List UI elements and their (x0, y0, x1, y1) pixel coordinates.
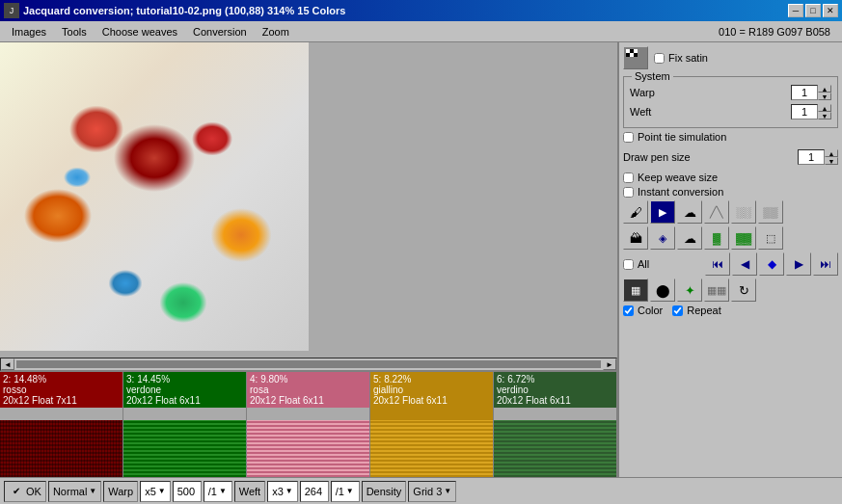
point-tie-checkbox[interactable] (623, 132, 634, 143)
instant-label: Instant conversion (638, 186, 723, 198)
palette-cell-4[interactable]: 5: 8.22% giallino 20x12 Float 6x11 (370, 372, 494, 477)
warp-val-seg[interactable]: 500 (173, 481, 202, 502)
weft-up[interactable]: ▲ (818, 104, 831, 112)
scroll-right[interactable]: ► (603, 358, 616, 370)
maximize-button[interactable]: □ (805, 4, 821, 17)
weft-div-seg[interactable]: /1 ▼ (331, 481, 360, 502)
tool-b4[interactable]: ▦▦ (704, 279, 729, 302)
tool-r6[interactable]: ⬚ (758, 226, 783, 250)
svg-rect-4 (630, 53, 634, 57)
tool-r2[interactable]: ◈ (650, 226, 675, 250)
warp-x-arrow: ▼ (158, 487, 166, 495)
weft-label: Weft (630, 106, 651, 118)
canvas-empty-area (309, 42, 617, 358)
palette-cell-5[interactable]: 6: 6.72% verdino 20x12 Float 6x11 (494, 372, 617, 477)
warp-div-val: /1 (208, 486, 217, 497)
tool-b3[interactable]: ✦ (677, 279, 702, 302)
tool-b5[interactable]: ↻ (731, 279, 756, 302)
palette-pct-4: 8.22% (384, 374, 411, 385)
palette-pct-5: 6.72% (507, 374, 534, 385)
menu-conversion[interactable]: Conversion (185, 24, 255, 40)
weft-x-seg[interactable]: x3 ▼ (267, 481, 298, 502)
close-button[interactable]: ✕ (823, 4, 838, 17)
tool-b2[interactable]: ⬤ (650, 279, 675, 302)
fix-satin-checkbox[interactable] (654, 53, 665, 64)
repeat-check-row: Repeat (672, 305, 720, 316)
palette-cell-3[interactable]: 4: 9.80% rosa 20x12 Float 6x11 (247, 372, 370, 477)
warp-row: Warp 1 ▲ ▼ (630, 85, 831, 100)
nav-rewind[interactable]: ⏮ (705, 252, 730, 276)
palette-fabric-5 (494, 420, 616, 477)
weft-val-seg[interactable]: 264 (300, 481, 329, 502)
color-checkbox[interactable] (623, 305, 634, 316)
warp-up[interactable]: ▲ (818, 85, 831, 93)
weft-input[interactable]: 1 (791, 104, 818, 119)
hscrollbar[interactable]: ◄ ► (0, 358, 617, 371)
fix-satin-label: Fix satin (668, 52, 708, 64)
weave-preview-icon[interactable] (623, 46, 648, 69)
scroll-track (16, 360, 601, 368)
palette-header-4: 5: 8.22% giallino 20x12 Float 6x11 (370, 372, 493, 408)
all-checkbox[interactable] (623, 259, 634, 270)
ok-segment[interactable]: ✔ OK (4, 481, 46, 502)
draw-pen-input[interactable] (798, 149, 825, 165)
diag-tool2[interactable]: ░░ (731, 200, 756, 224)
tool-r1[interactable]: 🏔 (623, 226, 648, 250)
color-check-row: Color (623, 305, 663, 316)
select-tool[interactable]: ▶ (650, 200, 675, 224)
cloud-tool[interactable]: ☁ (677, 200, 702, 224)
palette-header-3: 4: 9.80% rosa 20x12 Float 6x11 (247, 372, 369, 408)
tool-r3[interactable]: ☁ (677, 226, 702, 250)
ok-icon: ✔ (9, 484, 24, 499)
palette-id-1: 2: (3, 374, 14, 385)
nav-back[interactable]: ◀ (732, 252, 757, 276)
palette-fabric-3 (247, 420, 369, 477)
menu-tools[interactable]: Tools (54, 24, 95, 40)
palette-header-1: 2: 14.48% rosso 20x12 Float 7x11 (0, 372, 122, 408)
right-panel: Fix satin System Warp 1 ▲ ▼ Weft (617, 42, 842, 477)
nav-fastforward[interactable]: ⏭ (813, 252, 838, 276)
menu-images[interactable]: Images (4, 24, 54, 40)
warp-down[interactable]: ▼ (818, 93, 831, 100)
tool-r4[interactable]: ▓ (704, 226, 729, 250)
system-title: System (632, 70, 673, 82)
repeat-label: Repeat (687, 305, 720, 316)
svg-rect-0 (626, 49, 630, 53)
instant-row: Instant conversion (623, 186, 838, 198)
warp-div-seg[interactable]: /1 ▼ (204, 481, 232, 502)
brush-tool[interactable]: 🖌 (623, 200, 648, 224)
nav-diamond[interactable]: ◆ (759, 252, 784, 276)
diag-tool1[interactable]: ╱╲ (704, 200, 729, 224)
tool-b1[interactable]: ▦ (623, 279, 648, 302)
scroll-left[interactable]: ◄ (1, 358, 14, 370)
toolbtn-row2: 🏔 ◈ ☁ ▓ ▓▓ ⬚ (623, 226, 838, 250)
grid-label-seg[interactable]: Grid 3 ▼ (408, 481, 456, 502)
palette-weave-4: 20x12 Float 6x11 (373, 395, 448, 406)
color-label: Color (638, 305, 663, 316)
warp-x-seg[interactable]: x5 ▼ (140, 481, 171, 502)
repeat-checkbox[interactable] (672, 305, 683, 316)
weft-down[interactable]: ▼ (818, 112, 831, 119)
warp-spinner: 1 ▲ ▼ (791, 85, 831, 100)
palette-header-2: 3: 14.45% verdone 20x12 Float 6x11 (123, 372, 246, 408)
warp-input[interactable]: 1 (791, 85, 818, 100)
density-label-seg[interactable]: Density (362, 481, 407, 502)
nav-forward[interactable]: ▶ (786, 252, 811, 276)
instant-checkbox[interactable] (623, 187, 634, 198)
tool-r5[interactable]: ▓▓ (731, 226, 756, 250)
warp-label: Warp (630, 87, 655, 98)
palette-cell-1[interactable]: 2: 14.48% rosso 20x12 Float 7x11 (0, 372, 123, 477)
draw-pen-down[interactable]: ▼ (825, 157, 838, 165)
draw-pen-up[interactable]: ▲ (825, 149, 838, 157)
menu-zoom[interactable]: Zoom (255, 24, 297, 40)
palette-pct-1: 14.48% (14, 374, 46, 385)
app-icon: J (4, 3, 19, 18)
svg-rect-1 (630, 49, 634, 53)
palette-cell-2[interactable]: 3: 14.45% verdone 20x12 Float 6x11 (123, 372, 247, 477)
menu-choose-weaves[interactable]: Choose weaves (95, 24, 185, 40)
diag-tool3[interactable]: ▒▒ (758, 200, 783, 224)
palette-id-2: 3: (126, 374, 137, 385)
keep-weave-checkbox[interactable] (623, 172, 634, 183)
mode-segment[interactable]: Normal ▼ (48, 481, 101, 502)
minimize-button[interactable]: ─ (788, 4, 803, 17)
